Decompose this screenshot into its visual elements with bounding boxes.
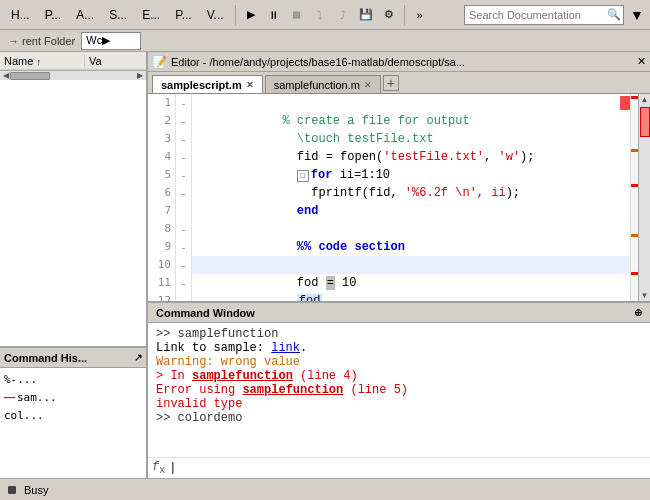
editor-tabs-bar: samplescript.m ✕ samplefunction.m ✕ + xyxy=(148,72,650,94)
fx-icon: fx xyxy=(152,460,165,476)
search-box: 🔍 xyxy=(464,5,624,25)
menu-a[interactable]: A... xyxy=(69,5,101,25)
cmd-line-3: Warning: wrong value xyxy=(156,355,642,369)
toolbar-sep-2 xyxy=(404,5,405,25)
cmd-item-2[interactable]: — sam... xyxy=(4,388,142,406)
menu-e[interactable]: E... xyxy=(135,5,167,25)
save-button[interactable]: 💾 xyxy=(355,4,377,26)
marker-2 xyxy=(631,149,638,152)
file-table-header: Name ↑ Va xyxy=(0,52,146,70)
menu-v[interactable]: V... xyxy=(200,5,231,25)
cmd-history-expand[interactable]: ↗ xyxy=(134,352,142,363)
settings-button[interactable]: ⚙ xyxy=(378,4,400,26)
dash-12 xyxy=(176,292,191,301)
cmd-line-6: invalid type xyxy=(156,397,642,411)
toolbar: H... P... A... S... E... P... V... ▶ ⏸ ◼… xyxy=(0,0,650,30)
dash-column: - - - - - - - - - - xyxy=(176,94,192,301)
left-panel: Name ↑ Va ◀ ▶ Command His... ↗ %-... xyxy=(0,52,148,478)
line-12: 12 xyxy=(148,292,175,301)
command-history-panel: Command His... ↗ %-... — sam... col... xyxy=(0,348,146,478)
cmd-error-text: invalid type xyxy=(156,397,242,411)
tab-samplescript[interactable]: samplescript.m ✕ xyxy=(152,75,263,93)
editor-title-bar: 📝 Editor - /home/andy/projects/base16-ma… xyxy=(148,52,650,72)
dash-2: - xyxy=(176,112,191,130)
line-9: 9 xyxy=(148,238,175,256)
scroll-thumb-h[interactable] xyxy=(10,72,50,80)
col-val: Va xyxy=(85,55,146,67)
cmd-error-line-ref-1: (line 4) xyxy=(293,369,358,383)
tab-label-1: samplescript.m xyxy=(161,79,242,91)
code-line-6: end xyxy=(192,184,630,202)
code-area: 1 2 3 4 5 6 7 8 9 10 11 12 - - - xyxy=(148,94,650,301)
tab-add-button[interactable]: + xyxy=(383,75,399,91)
menu-p[interactable]: P... xyxy=(38,5,68,25)
run-button[interactable]: ▶ xyxy=(240,4,262,26)
marker-1 xyxy=(631,96,638,99)
scroll-down-arrow[interactable]: ▼ xyxy=(639,290,650,301)
cmd-error-using: Error using xyxy=(156,383,242,397)
dash-9: - xyxy=(176,238,191,256)
cmd-input-line[interactable]: fx | xyxy=(148,457,650,478)
search-icon: 🔍 xyxy=(607,8,621,21)
more-button[interactable]: » xyxy=(409,4,431,26)
cmd-link-pre: Link to sample: xyxy=(156,341,271,355)
editor-area: 📝 Editor - /home/andy/projects/base16-ma… xyxy=(148,52,650,303)
editor-icon: 📝 xyxy=(152,55,167,69)
line-numbers: 1 2 3 4 5 6 7 8 9 10 11 12 xyxy=(148,94,176,301)
cmd-link[interactable]: link xyxy=(271,341,300,355)
dash-10: - xyxy=(176,256,191,274)
line-5: 5 xyxy=(148,166,175,184)
cmd-prompt-2: >> colordemo xyxy=(156,411,242,425)
cmd-line-1: >> samplefunction xyxy=(156,327,642,341)
cmd-history-list: %-... — sam... col... xyxy=(0,368,146,426)
h-scrollbar[interactable]: ◀ ▶ xyxy=(0,70,146,80)
dash-7 xyxy=(176,202,191,220)
cmd-window-content[interactable]: >> samplefunction Link to sample: link. … xyxy=(148,323,650,457)
menu-bar: H... P... A... S... E... P... V... xyxy=(4,5,231,25)
scroll-thumb-v[interactable] xyxy=(640,107,650,137)
marker-5 xyxy=(631,272,638,275)
scroll-right-arrow[interactable]: ▶ xyxy=(136,71,144,80)
cmd-line-5: Error using samplefunction (line 5) xyxy=(156,383,642,397)
path-input[interactable] xyxy=(81,32,141,50)
code-line-4: ☐for ii=1:10 xyxy=(192,148,630,166)
status-text: Busy xyxy=(24,484,48,496)
scroll-track-v[interactable] xyxy=(639,105,650,290)
sort-arrow: ↑ xyxy=(36,57,41,67)
line-11: 11 xyxy=(148,274,175,292)
tab-close-2[interactable]: ✕ xyxy=(364,80,372,90)
dash-3: - xyxy=(176,130,191,148)
code-content[interactable]: % create a file for output \touch testFi… xyxy=(192,94,630,301)
editor-close-button[interactable]: ✕ xyxy=(637,55,646,68)
cmd-prompt-1: >> samplefunction xyxy=(156,327,278,341)
cmd-window-expand[interactable]: ⊕ xyxy=(634,307,642,318)
dash-11: - xyxy=(176,274,191,292)
filter-button[interactable]: ▼ xyxy=(628,4,646,26)
cmd-line-2: Link to sample: link. xyxy=(156,341,642,355)
cmd-item-1[interactable]: %-... xyxy=(4,370,142,388)
scroll-up-arrow[interactable]: ▲ xyxy=(639,94,650,105)
main-area: Name ↑ Va ◀ ▶ Command His... ↗ %-... xyxy=(0,52,650,478)
cmd-line-7: >> colordemo xyxy=(156,411,642,425)
cmd-item-3[interactable]: col... xyxy=(4,406,142,424)
menu-s[interactable]: S... xyxy=(102,5,134,25)
cmd-history-header: Command His... ↗ xyxy=(0,348,146,368)
line-7: 7 xyxy=(148,202,175,220)
col-name[interactable]: Name ↑ xyxy=(0,55,85,67)
menu-p2[interactable]: P... xyxy=(168,5,198,25)
menu-h[interactable]: H... xyxy=(4,5,37,25)
tab-close-1[interactable]: ✕ xyxy=(246,80,254,90)
scroll-left-arrow[interactable]: ◀ xyxy=(2,71,10,80)
toolbar-sep-1 xyxy=(235,5,236,25)
code-line-5: fprintf(fid, '%6.2f \n', ii); xyxy=(192,166,630,184)
step-out-button: ⤴ xyxy=(332,4,354,26)
code-line-8: %% code section xyxy=(192,220,630,238)
tab-samplefunction[interactable]: samplefunction.m ✕ xyxy=(265,75,381,93)
pause-button[interactable]: ⏸ xyxy=(263,4,285,26)
dash-8: - xyxy=(176,220,191,238)
search-input[interactable] xyxy=(469,9,607,21)
v-scrollbar[interactable]: ▲ ▼ xyxy=(638,94,650,301)
code-line-9: fid = 0; xyxy=(192,238,630,256)
cmd-text-2: sam... xyxy=(17,391,57,404)
path-label: → rent Folder xyxy=(4,35,79,47)
